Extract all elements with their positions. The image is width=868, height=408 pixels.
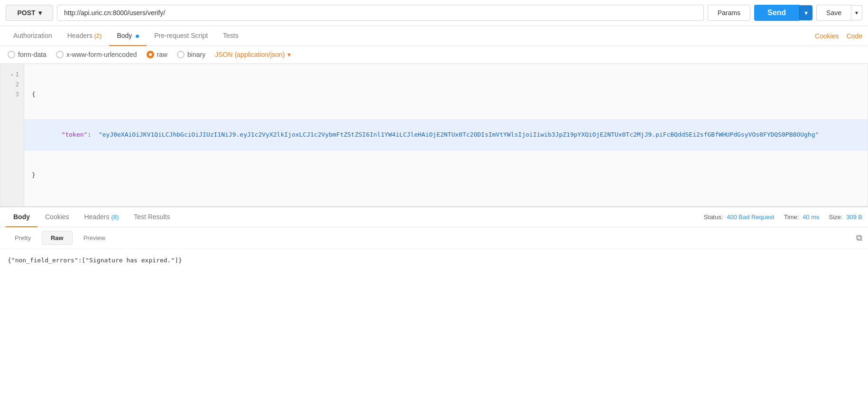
toolbar: POST ▾ Params Send ▾ Save ▾ <box>0 0 868 26</box>
response-format-tabs: Pretty Raw Preview ⧉ <box>0 227 868 249</box>
response-tab-body[interactable]: Body <box>6 207 37 227</box>
size-label: Size: <box>829 213 842 221</box>
code-line-2: "token": "eyJ0eXAiOiJKV1QiLCJhbGciOiJIUz… <box>24 119 868 150</box>
binary-label: binary <box>187 51 205 58</box>
response-headers-label: Headers <box>84 213 110 221</box>
headers-badge: (2) <box>94 32 102 39</box>
response-body-content: {"non_field_errors":["Signature has expi… <box>0 249 868 287</box>
headers-label: Headers <box>67 32 92 39</box>
url-encoded-option[interactable]: x-www-form-urlencoded <box>56 51 137 58</box>
cookies-link[interactable]: Cookies <box>815 32 839 40</box>
format-tab-raw[interactable]: Raw <box>42 231 73 245</box>
send-button[interactable]: Send <box>754 5 799 21</box>
url-input[interactable] <box>57 5 704 21</box>
code-line-1: { <box>32 90 860 100</box>
response-headers-badge: (8) <box>111 213 119 221</box>
save-dropdown-button[interactable]: ▾ <box>851 5 862 20</box>
format-tab-pretty[interactable]: Pretty <box>6 231 40 245</box>
response-header: Body Cookies Headers (8) Test Results St… <box>0 207 868 227</box>
code-line-2-content: "token": "eyJ0eXAiOiJKV1QiLCJhbGciOiJIUz… <box>32 120 819 149</box>
json-type-dropdown-icon: ▾ <box>287 51 291 58</box>
request-tabs-left: Authorization Headers (2) Body Pre-reque… <box>6 26 815 46</box>
body-active-dot <box>136 35 139 38</box>
send-dropdown-button[interactable]: ▾ <box>799 5 813 20</box>
tab-headers[interactable]: Headers (2) <box>60 26 110 46</box>
json-type-label: JSON (application/json) <box>215 51 285 58</box>
raw-option[interactable]: raw <box>147 51 168 58</box>
form-data-label: form-data <box>18 51 46 58</box>
token-value: "eyJ0eXAiOiJKV1QiLCJhbGciOiJIUzI1NiJ9.ey… <box>99 131 819 138</box>
size-value: 309 B <box>846 213 862 221</box>
raw-label: raw <box>157 51 168 58</box>
params-button[interactable]: Params <box>708 5 750 21</box>
save-button-group: Save ▾ <box>816 5 862 21</box>
colon: : <box>87 131 98 138</box>
time-label: Time: <box>784 213 799 221</box>
tab-authorization[interactable]: Authorization <box>6 26 60 46</box>
body-label: Body <box>117 32 132 39</box>
request-tabs: Authorization Headers (2) Body Pre-reque… <box>0 26 868 46</box>
url-encoded-label: x-www-form-urlencoded <box>66 51 137 58</box>
status-label: Status: <box>704 213 723 221</box>
response-tab-cookies[interactable]: Cookies <box>37 207 77 227</box>
code-link[interactable]: Code <box>847 32 862 40</box>
binary-option[interactable]: binary <box>177 51 205 58</box>
size-label-text: Size: 309 B <box>829 213 862 221</box>
open-brace: { <box>32 90 36 100</box>
body-options: form-data x-www-form-urlencoded raw bina… <box>0 46 868 64</box>
binary-radio[interactable] <box>177 51 185 58</box>
json-type-button[interactable]: JSON (application/json) ▾ <box>215 51 291 58</box>
token-key: "token" <box>62 131 88 138</box>
raw-radio[interactable] <box>147 51 154 58</box>
response-tab-headers[interactable]: Headers (8) <box>77 207 127 227</box>
status-value: 400 Bad Request <box>727 213 774 221</box>
response-meta: Status: 400 Bad Request Time: 40 ms Size… <box>704 213 862 221</box>
response-tab-test-results[interactable]: Test Results <box>126 207 177 227</box>
tab-tests[interactable]: Tests <box>215 26 246 46</box>
tab-pre-request-script[interactable]: Pre-request Script <box>147 26 215 46</box>
line-number-3: 3 <box>5 90 19 100</box>
time-label-text: Time: 40 ms <box>784 213 819 221</box>
save-button[interactable]: Save <box>816 5 851 21</box>
form-data-option[interactable]: form-data <box>8 51 46 58</box>
status-label-text: Status: 400 Bad Request <box>704 213 775 221</box>
line-numbers: ▾ 1 2 3 <box>0 64 24 206</box>
fold-arrow-1: ▾ <box>10 71 13 79</box>
send-button-group: Send ▾ <box>754 5 813 21</box>
line-number-1: ▾ 1 <box>5 70 19 80</box>
code-editor[interactable]: ▾ 1 2 3 { "token": "eyJ0eXAiOiJKV1QiLCJh… <box>0 64 868 206</box>
response-body-text: {"non_field_errors":["Signature has expi… <box>8 257 182 264</box>
tab-body[interactable]: Body <box>109 26 147 46</box>
request-tabs-right: Cookies Code <box>815 32 862 40</box>
time-value: 40 ms <box>803 213 819 221</box>
format-tab-preview[interactable]: Preview <box>74 231 114 245</box>
copy-icon[interactable]: ⧉ <box>856 233 862 243</box>
line-number-2: 2 <box>5 80 19 90</box>
method-label: POST <box>17 9 35 17</box>
close-brace: } <box>32 170 36 180</box>
form-data-radio[interactable] <box>8 51 15 58</box>
code-line-3: } <box>32 170 860 180</box>
url-encoded-radio[interactable] <box>56 51 64 58</box>
response-tabs-left: Body Cookies Headers (8) Test Results <box>6 207 704 227</box>
code-content[interactable]: { "token": "eyJ0eXAiOiJKV1QiLCJhbGciOiJI… <box>24 64 868 206</box>
method-button[interactable]: POST ▾ <box>6 5 53 21</box>
method-dropdown-icon: ▾ <box>38 9 42 17</box>
response-section: Body Cookies Headers (8) Test Results St… <box>0 206 868 287</box>
